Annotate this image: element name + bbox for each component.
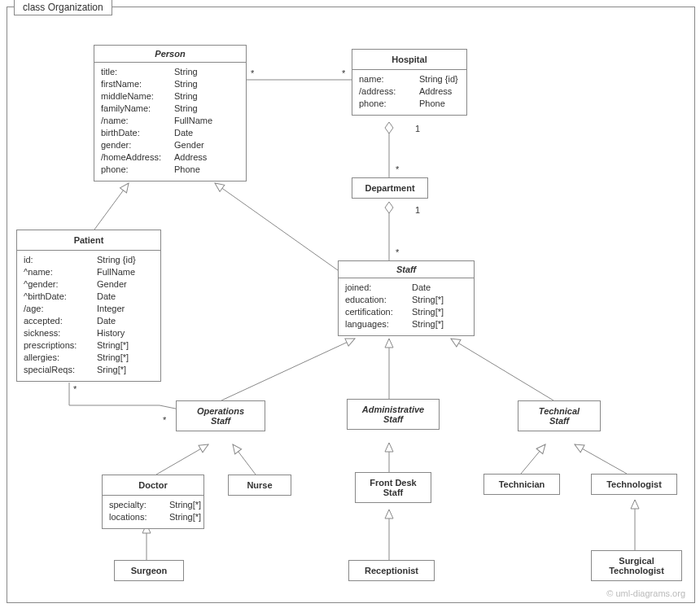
class-surgeon-name: Surgeon bbox=[115, 561, 183, 580]
class-person: Person title:String firstName:String mid… bbox=[94, 45, 247, 182]
class-person-name: Person bbox=[94, 46, 246, 63]
frame-title: class Organization bbox=[14, 0, 112, 15]
class-staff: Staff joined:Date education:String[*] ce… bbox=[338, 260, 475, 336]
class-front-desk-staff-name: Front DeskStaff bbox=[356, 473, 431, 502]
class-technical-staff-name: TechnicalStaff bbox=[518, 401, 600, 431]
class-department-name: Department bbox=[352, 178, 427, 198]
class-surgeon: Surgeon bbox=[114, 560, 184, 581]
class-administrative-staff-name: AdministrativeStaff bbox=[348, 400, 439, 429]
class-operations-staff-name: OperationsStaff bbox=[177, 401, 265, 431]
class-technician: Technician bbox=[483, 474, 560, 495]
class-front-desk-staff: Front DeskStaff bbox=[355, 472, 431, 503]
mult-dept-staff-bottom: * bbox=[396, 247, 399, 257]
class-surgical-technologist: SurgicalTechnologist bbox=[591, 550, 682, 581]
class-patient: Patient id:String {id} ^name:FullName ^g… bbox=[16, 230, 161, 382]
class-technical-staff: TechnicalStaff bbox=[518, 400, 601, 431]
class-surgical-technologist-name: SurgicalTechnologist bbox=[592, 551, 681, 580]
class-doctor-name: Doctor bbox=[103, 475, 203, 496]
class-doctor: Doctor specialty:String[*] locations:Str… bbox=[102, 475, 204, 529]
class-doctor-attrs: specialty:String[*] locations:String[*] bbox=[103, 496, 203, 528]
mult-person-hospital-right: * bbox=[342, 68, 345, 78]
class-hospital-name: Hospital bbox=[352, 50, 466, 70]
mult-person-hospital-left: * bbox=[251, 68, 254, 78]
class-staff-name: Staff bbox=[339, 261, 474, 278]
mult-patient-ops-right: * bbox=[163, 415, 166, 425]
class-staff-attrs: joined:Date education:String[*] certific… bbox=[339, 278, 474, 335]
class-receptionist-name: Receptionist bbox=[349, 561, 434, 580]
class-hospital-attrs: name:String {id} /address:Address phone:… bbox=[352, 70, 466, 115]
class-hospital: Hospital name:String {id} /address:Addre… bbox=[352, 49, 467, 116]
mult-patient-ops-left: * bbox=[73, 384, 77, 394]
class-department: Department bbox=[352, 177, 428, 199]
class-technologist-name: Technologist bbox=[592, 475, 676, 494]
watermark: © uml-diagrams.org bbox=[606, 588, 685, 598]
mult-dept-staff-top: 1 bbox=[415, 205, 420, 215]
mult-hospital-dept-top: 1 bbox=[415, 124, 420, 133]
mult-hospital-dept-bottom: * bbox=[396, 164, 399, 174]
class-receptionist: Receptionist bbox=[348, 560, 435, 581]
class-nurse: Nurse bbox=[228, 475, 291, 496]
class-operations-staff: OperationsStaff bbox=[176, 400, 265, 431]
class-administrative-staff: AdministrativeStaff bbox=[347, 399, 440, 430]
class-patient-name: Patient bbox=[17, 230, 160, 251]
class-person-attrs: title:String firstName:String middleName… bbox=[94, 63, 246, 181]
class-patient-attrs: id:String {id} ^name:FullName ^gender:Ge… bbox=[17, 251, 160, 381]
class-nurse-name: Nurse bbox=[229, 475, 291, 495]
class-technician-name: Technician bbox=[484, 475, 559, 494]
class-technologist: Technologist bbox=[591, 474, 677, 495]
